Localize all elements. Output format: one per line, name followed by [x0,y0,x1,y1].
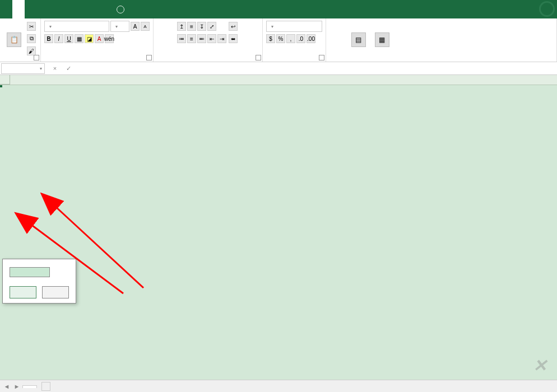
decrease-decimal-icon[interactable]: .00 [307,34,315,43]
tab-review[interactable] [74,0,86,18]
spreadsheet-grid[interactable] [0,75,557,392]
decrease-indent-icon[interactable]: ⇤ [207,34,216,43]
number-dialog-launcher[interactable] [319,55,324,60]
group-styles: ▤ ▦ [326,18,557,62]
tab-formulas[interactable] [49,0,62,18]
format-as-table-button[interactable]: ▦ [372,21,393,59]
wrap-text-button[interactable]: ↩ [229,21,239,32]
row-height-input[interactable] [10,267,50,277]
format-as-table-icon: ▦ [375,32,389,47]
brush-icon: 🖌 [27,46,36,55]
cancel-formula-icon[interactable]: × [50,64,59,73]
cut-button[interactable]: ✂ [27,21,37,32]
formula-bar: × ✓ [0,62,557,75]
lightbulb-icon [117,6,124,13]
select-all-corner[interactable] [0,75,10,85]
group-font-label [44,59,150,62]
add-sheet-button[interactable] [41,382,50,391]
sheet-tab-sheet1[interactable] [22,385,37,388]
conditional-formatting-button[interactable]: ▤ [348,21,369,59]
paste-button[interactable]: 📋 [3,21,25,59]
tab-insert[interactable] [25,0,37,18]
align-bottom-icon[interactable]: ↧ [197,22,206,31]
wrap-icon: ↩ [229,22,238,31]
bold-button[interactable]: B [44,34,53,43]
group-alignment: ↥ ≡ ↧ ⤢ ≔ ≡ ≕ ⇤ ⇥ ↩ ⬌ [154,18,263,62]
conditional-formatting-icon: ▤ [351,32,366,47]
font-size-combo[interactable] [110,21,129,32]
orientation-icon[interactable]: ⤢ [207,22,216,31]
border-button[interactable]: ▦ [75,34,83,43]
paste-icon: 📋 [7,32,21,47]
tab-file[interactable] [0,0,12,18]
tab-page-layout[interactable] [37,0,49,18]
clipboard-dialog-launcher[interactable] [34,55,39,60]
increase-decimal-icon[interactable]: .0 [296,34,305,43]
tab-view[interactable] [86,0,99,18]
name-box[interactable] [1,63,45,74]
scissors-icon: ✂ [27,22,36,31]
align-middle-icon[interactable]: ≡ [187,22,196,31]
dialog-cancel-button[interactable] [42,286,69,298]
decrease-font-icon[interactable]: A [141,22,150,31]
dialog-ok-button[interactable] [10,286,36,298]
group-clipboard-label [3,59,37,62]
percent-icon[interactable]: % [276,34,285,43]
group-number: $ % , .0 .00 [263,18,326,62]
increase-indent-icon[interactable]: ⇥ [217,34,226,43]
copy-button[interactable]: ⧉ [27,33,37,44]
cell-style-gallery[interactable] [395,21,535,59]
enter-formula-icon[interactable]: ✓ [64,64,73,73]
group-alignment-label [157,59,259,62]
align-top-icon[interactable]: ↥ [177,22,186,31]
align-right-icon[interactable]: ≕ [197,34,206,43]
group-clipboard: 📋 ✂ ⧉ 🖌 [0,18,41,62]
font-color-button[interactable]: A [95,34,104,43]
increase-font-icon[interactable]: A [131,22,140,31]
phonetic-button[interactable]: wén [105,34,114,43]
underline-button[interactable]: U [64,34,73,43]
fill-color-button[interactable]: ◪ [85,34,94,43]
formula-input[interactable] [77,63,557,74]
group-number-label [266,59,322,62]
italic-button[interactable]: I [54,34,63,43]
tell-me-search[interactable] [111,0,128,18]
comma-icon[interactable]: , [286,34,295,43]
sheet-nav-prev[interactable]: ◄ [2,382,11,391]
sheet-nav-next[interactable]: ► [12,382,21,391]
ribbon: 📋 ✂ ⧉ 🖌 A A B I U ▦ [0,18,557,62]
font-dialog-launcher[interactable] [146,55,152,60]
row-height-dialog [2,259,76,304]
copy-icon: ⧉ [27,34,36,43]
merge-icon: ⬌ [229,34,238,43]
tab-help[interactable] [99,0,111,18]
tab-home[interactable] [12,0,25,18]
menu-tab-bar [0,0,557,18]
number-format-combo[interactable] [266,21,322,32]
align-left-icon[interactable]: ≔ [177,34,186,43]
sheet-tab-bar: ◄ ► [0,380,557,392]
annotation-arrows-icon [0,75,557,392]
active-cell-indicator [0,85,2,87]
alignment-dialog-launcher[interactable] [256,55,261,60]
font-name-combo[interactable] [44,21,109,32]
tab-data[interactable] [62,0,74,18]
group-font: A A B I U ▦ ◪ A wén [41,18,154,62]
merge-center-button[interactable]: ⬌ [229,33,239,44]
align-center-icon[interactable]: ≡ [187,34,196,43]
group-styles-label [329,59,553,62]
accounting-icon[interactable]: $ [266,34,275,43]
